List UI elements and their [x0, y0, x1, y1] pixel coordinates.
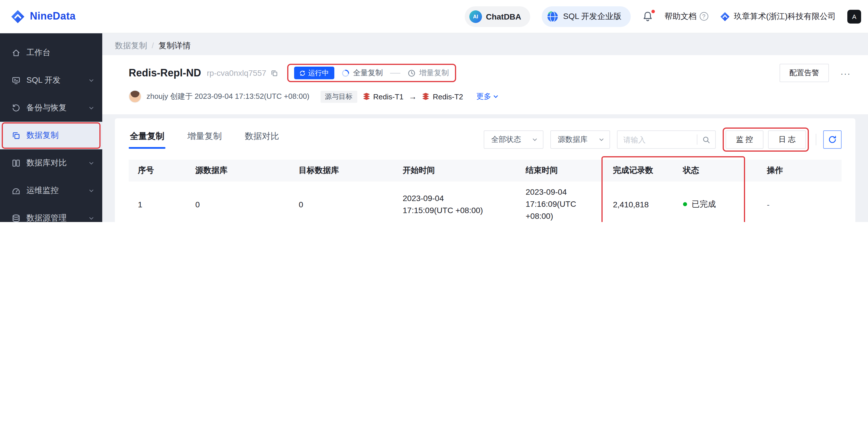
home-icon	[11, 48, 21, 58]
column-header[interactable]: 序号	[129, 160, 186, 182]
annotation-box-status: 运行中 全量复制 增量复制	[287, 64, 456, 82]
more-details-link[interactable]: 更多	[476, 91, 499, 102]
chevron-down-icon	[532, 137, 538, 142]
stage-incremental: 增量复制	[407, 68, 449, 78]
stage-connector	[390, 73, 400, 73]
breadcrumb-parent[interactable]: 数据复制	[115, 41, 147, 51]
creator-info: zhoujy 创建于 2023-09-04 17:13:52(UTC +08:0…	[147, 91, 309, 102]
notification-dot	[651, 10, 655, 13]
more-actions-icon[interactable]: ···	[840, 68, 851, 78]
page-title: Redis-Repl-ND	[129, 67, 201, 79]
sidebar-item-backup-restore[interactable]: 备份与恢复	[0, 94, 102, 122]
source-target-tag: 源与目标	[320, 91, 357, 102]
replication-table: 序号源数据库目标数据库开始时间结束时间完成记录数状态操作 1 0 0 2023-…	[129, 160, 842, 222]
database-icon	[11, 214, 21, 222]
column-header[interactable]: 完成记录数	[604, 160, 674, 182]
monitor-button[interactable]: 监 控	[725, 130, 764, 149]
cell-status: 已完成	[674, 182, 758, 222]
chevron-down-icon	[89, 160, 94, 166]
chatdba-label: ChatDBA	[486, 12, 521, 21]
divider	[816, 134, 816, 145]
search-box	[617, 130, 716, 149]
column-header[interactable]: 开始时间	[394, 160, 517, 182]
target-datasource: Redis-T2	[422, 92, 463, 101]
replication-icon	[11, 131, 21, 140]
search-input[interactable]	[618, 135, 697, 144]
redis-icon	[422, 93, 430, 100]
log-button[interactable]: 日 志	[768, 130, 806, 149]
column-header[interactable]: 目标数据库	[289, 160, 394, 182]
brand-logo[interactable]: NineData	[10, 9, 75, 24]
tab-bar: 全量复制 增量复制 数据对比	[129, 128, 280, 150]
stage-full-copy: 全量复制	[341, 68, 383, 78]
source-name: Redis-T1	[373, 92, 404, 101]
table-body: 1 0 0 2023-09-0417:15:09(UTC +08:00) 202…	[129, 182, 842, 222]
sidebar-item-workbench[interactable]: 工作台	[0, 39, 102, 67]
refresh-button[interactable]	[823, 130, 842, 149]
edition-button[interactable]: SQL 开发企业版	[542, 6, 631, 27]
sidebar-item-label: 数据库对比	[26, 158, 67, 168]
sidebar-item-sql-dev[interactable]: SQL 开发	[0, 67, 102, 94]
cell-source-db: 0	[186, 182, 289, 222]
db-filter-select[interactable]: 源数据库	[550, 130, 610, 149]
cell-target-db: 0	[289, 182, 394, 222]
sidebar-item-label: 运维监控	[26, 186, 59, 196]
company-name: 玖章算术(浙江)科技有限公司	[734, 11, 836, 22]
tab-full-copy[interactable]: 全量复制	[129, 128, 165, 150]
stage-full-label: 全量复制	[353, 68, 383, 78]
sidebar-item-db-compare[interactable]: 数据库对比	[0, 149, 102, 177]
status-badge: 运行中	[294, 67, 334, 79]
status-dot	[683, 202, 687, 206]
compare-icon	[11, 159, 21, 168]
sidebar-item-data-replication[interactable]: 数据复制	[0, 122, 102, 149]
tab-data-compare[interactable]: 数据对比	[244, 128, 280, 150]
column-header[interactable]: 源数据库	[186, 160, 289, 182]
brand-name: NineData	[30, 10, 75, 22]
target-name: Redis-T2	[433, 92, 463, 101]
notifications-button[interactable]	[642, 11, 653, 22]
edition-label: SQL 开发企业版	[563, 11, 622, 22]
status-filter-select[interactable]: 全部状态	[484, 130, 544, 149]
org-switcher[interactable]: 玖章算术(浙江)科技有限公司	[719, 11, 836, 22]
spinner-icon	[341, 69, 349, 77]
sidebar-item-datasource[interactable]: 数据源管理	[0, 204, 102, 222]
cell-operation: -	[758, 182, 842, 222]
arrow-icon: →	[409, 92, 417, 101]
column-header[interactable]: 状态	[674, 160, 758, 182]
column-header[interactable]: 结束时间	[517, 160, 604, 182]
sidebar-item-label: 数据复制	[26, 130, 59, 141]
breadcrumb-current: 复制详情	[159, 41, 191, 51]
refresh-icon	[828, 135, 837, 144]
sync-icon	[299, 70, 305, 76]
ai-icon: AI	[469, 10, 482, 23]
table-row: 1 0 0 2023-09-0417:15:09(UTC +08:00) 202…	[129, 182, 842, 222]
status-text: 已完成	[692, 199, 716, 209]
globe-icon	[547, 10, 559, 23]
filter-bar: 全部状态 源数据库 监 控	[484, 128, 842, 152]
chatdba-button[interactable]: AI ChatDBA	[465, 6, 530, 27]
source-datasource: Redis-T1	[362, 92, 404, 101]
sidebar-item-label: 数据源管理	[26, 213, 67, 222]
stage-incr-label: 增量复制	[419, 68, 449, 78]
cell-index: 1	[129, 182, 186, 222]
help-docs-link[interactable]: 帮助文档	[664, 11, 708, 22]
copy-icon[interactable]	[270, 69, 278, 77]
sidebar-item-label: 备份与恢复	[26, 103, 67, 113]
input-method-icon[interactable]	[847, 9, 861, 23]
tab-incremental-copy[interactable]: 增量复制	[186, 128, 223, 150]
status-badge-label: 运行中	[308, 68, 329, 78]
chevron-down-icon	[598, 137, 604, 142]
ninedata-logo-icon	[10, 9, 25, 24]
more-link-label: 更多	[476, 91, 491, 102]
sidebar-item-ops-monitor[interactable]: 运维监控	[0, 177, 102, 204]
bell-icon	[642, 11, 653, 22]
configure-alert-button[interactable]: 配置告警	[779, 64, 829, 82]
search-icon[interactable]	[698, 135, 715, 144]
cell-start-time: 2023-09-0417:15:09(UTC +08:00)	[394, 182, 517, 222]
chevron-down-icon	[493, 94, 499, 99]
column-header[interactable]: 操作	[758, 160, 842, 182]
task-id: rp-cva0nxlq7557	[207, 68, 266, 77]
sidebar: 工作台 SQL 开发 备份与恢复	[0, 33, 102, 222]
cell-end-time: 2023-09-0417:16:09(UTC +08:00)	[517, 182, 604, 222]
gauge-icon	[11, 186, 21, 195]
